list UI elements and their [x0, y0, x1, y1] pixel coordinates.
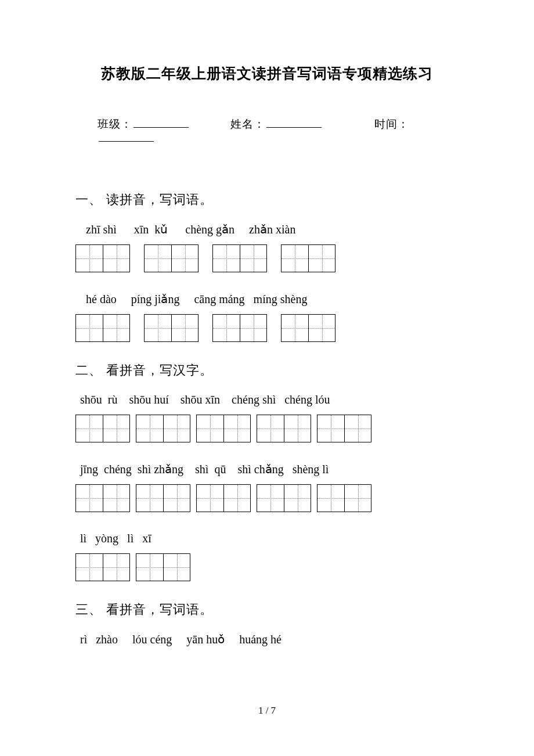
pinyin-row: jīng chéng shì zhǎng shì qū shì chǎng sh… — [75, 462, 459, 476]
char-cell[interactable] — [163, 554, 190, 581]
char-cell[interactable] — [136, 485, 163, 512]
writing-box[interactable] — [75, 314, 130, 342]
page-title: 苏教版二年级上册语文读拼音写词语专项精选练习 — [75, 64, 459, 83]
char-cell[interactable] — [284, 485, 311, 512]
char-cell[interactable] — [197, 485, 223, 512]
char-cell[interactable] — [223, 485, 250, 512]
writing-box[interactable] — [75, 553, 130, 581]
char-cell[interactable] — [257, 415, 284, 442]
writing-box[interactable] — [75, 415, 130, 442]
char-cell[interactable] — [308, 315, 335, 341]
writing-boxes-row — [75, 415, 459, 442]
char-cell[interactable] — [317, 415, 344, 442]
char-cell[interactable] — [103, 554, 129, 581]
time-blank[interactable] — [99, 134, 154, 142]
char-cell[interactable] — [197, 415, 223, 442]
page-footer: 1 / 7 — [0, 705, 534, 717]
writing-box[interactable] — [136, 553, 190, 581]
char-cell[interactable] — [282, 245, 308, 272]
writing-box[interactable] — [196, 415, 251, 442]
pinyin-row: shōu rù shōu huí shōu xīn chéng shì chén… — [75, 393, 459, 406]
section-heading: 二、 看拼音，写汉字。 — [75, 362, 459, 379]
writing-box[interactable] — [136, 484, 190, 512]
writing-box[interactable] — [317, 484, 371, 512]
char-cell[interactable] — [76, 554, 103, 581]
writing-boxes-row — [75, 244, 459, 272]
writing-boxes-row — [75, 553, 459, 581]
char-cell[interactable] — [213, 245, 240, 272]
name-blank[interactable] — [266, 120, 322, 128]
char-cell[interactable] — [223, 415, 250, 442]
char-cell[interactable] — [103, 485, 129, 512]
writing-boxes-row — [75, 314, 459, 342]
writing-box[interactable] — [281, 244, 335, 272]
class-label: 班级： — [98, 118, 132, 130]
char-cell[interactable] — [240, 315, 266, 341]
char-cell[interactable] — [145, 315, 171, 341]
char-cell[interactable] — [171, 315, 198, 341]
section-heading: 三、 看拼音，写词语。 — [75, 601, 459, 618]
char-cell[interactable] — [145, 245, 171, 272]
char-cell[interactable] — [163, 415, 190, 442]
pinyin-row: rì zhào lóu céng yān huǒ huáng hé — [75, 632, 459, 646]
char-cell[interactable] — [103, 415, 129, 442]
section-heading: 一、 读拼音，写词语。 — [75, 191, 459, 208]
char-cell[interactable] — [240, 245, 266, 272]
writing-box[interactable] — [75, 244, 130, 272]
class-blank[interactable] — [134, 120, 189, 128]
char-cell[interactable] — [103, 315, 129, 341]
writing-box[interactable] — [136, 415, 190, 442]
char-cell[interactable] — [76, 485, 103, 512]
pinyin-row: hé dào píng jiǎng cāng máng míng shèng — [75, 292, 459, 306]
info-row: 班级： 姓名： 时间： — [75, 117, 459, 145]
char-cell[interactable] — [284, 415, 311, 442]
char-cell[interactable] — [171, 245, 198, 272]
writing-box[interactable] — [144, 314, 199, 342]
char-cell[interactable] — [344, 485, 371, 512]
pinyin-row: lì yòng lì xī — [75, 532, 459, 545]
writing-box[interactable] — [75, 484, 130, 512]
char-cell[interactable] — [282, 315, 308, 341]
char-cell[interactable] — [76, 245, 103, 272]
char-cell[interactable] — [317, 485, 344, 512]
writing-box[interactable] — [257, 415, 311, 442]
writing-box[interactable] — [212, 244, 267, 272]
char-cell[interactable] — [136, 554, 163, 581]
time-label: 时间： — [374, 118, 409, 130]
char-cell[interactable] — [344, 415, 371, 442]
writing-boxes-row — [75, 484, 459, 512]
char-cell[interactable] — [76, 315, 103, 341]
writing-box[interactable] — [196, 484, 251, 512]
char-cell[interactable] — [136, 415, 163, 442]
writing-box[interactable] — [281, 314, 335, 342]
char-cell[interactable] — [76, 415, 103, 442]
writing-box[interactable] — [317, 415, 371, 442]
char-cell[interactable] — [308, 245, 335, 272]
char-cell[interactable] — [257, 485, 284, 512]
name-label: 姓名： — [230, 118, 265, 130]
writing-box[interactable] — [257, 484, 311, 512]
writing-box[interactable] — [144, 244, 199, 272]
char-cell[interactable] — [213, 315, 240, 341]
pinyin-row: zhī shì xīn kǔ chèng gǎn zhǎn xiàn — [75, 222, 459, 236]
char-cell[interactable] — [163, 485, 190, 512]
char-cell[interactable] — [103, 245, 129, 272]
writing-box[interactable] — [212, 314, 267, 342]
